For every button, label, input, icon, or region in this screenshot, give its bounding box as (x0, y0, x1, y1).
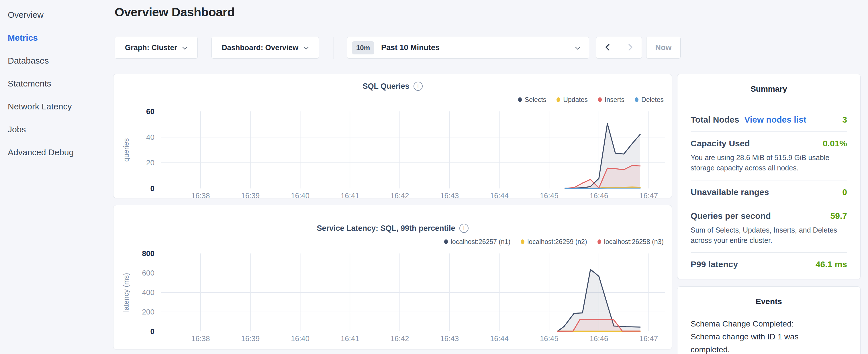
summary-item-capacity-used: Capacity Used 0.01% You are using 28.6 M… (691, 132, 847, 181)
svg-text:16:45: 16:45 (540, 191, 559, 198)
svg-text:600: 600 (142, 269, 154, 277)
legend-swatch (597, 239, 601, 244)
legend-swatch (598, 97, 602, 102)
svg-text:200: 200 (142, 308, 154, 316)
time-step-buttons (596, 37, 642, 59)
chevron-down-icon (182, 47, 187, 50)
legend: SelectsUpdatesInsertsDeletes (114, 96, 672, 103)
series (565, 124, 640, 189)
time-range-picker[interactable]: 10m Past 10 Minutes (347, 37, 589, 59)
metric-label: Total Nodes (691, 115, 739, 125)
page-title: Overview Dashboard (115, 5, 235, 19)
summary-item-p99-latency: P99 latency 46.1 ms (691, 253, 847, 276)
svg-text:16:43: 16:43 (440, 334, 459, 343)
sidebar-item-network-latency[interactable]: Network Latency (0, 95, 113, 118)
legend-label: Deletes (641, 96, 664, 104)
sidebar-item-metrics[interactable]: Metrics (0, 26, 113, 49)
svg-text:16:44: 16:44 (490, 334, 509, 343)
metric-label: Capacity Used (691, 139, 750, 148)
metric-value: 0 (842, 187, 847, 197)
sidebar: Overview Metrics Databases Statements Ne… (0, 3, 113, 164)
sidebar-item-advanced-debug[interactable]: Advanced Debug (0, 141, 113, 164)
sql-queries-chart[interactable]: 020406016:3816:3916:4016:4116:4216:4316:… (114, 107, 672, 198)
legend-label: localhost:26257 (n1) (451, 238, 510, 246)
chart-header: Service Latency: SQL, 99th percentile i (114, 223, 672, 234)
graph-dropdown[interactable]: Graph: Cluster (115, 37, 198, 59)
legend-item: Updates (557, 96, 588, 104)
toolbar-divider (334, 37, 334, 59)
svg-text:16:39: 16:39 (241, 191, 260, 198)
dashboard-dropdown-label: Dashboard: Overview (222, 43, 298, 52)
summary-panel: Summary Total Nodes View nodes list 3 Ca… (677, 74, 861, 279)
metric-description: You are using 28.6 MiB of 515.9 GiB usab… (691, 152, 838, 173)
series-Deletes (565, 188, 640, 189)
metric-label: P99 latency (691, 259, 738, 269)
legend-item: localhost:26259 (n2) (521, 238, 587, 246)
legend-swatch (635, 97, 639, 102)
prev-time-button[interactable] (596, 37, 619, 58)
sidebar-item-statements[interactable]: Statements (0, 72, 113, 95)
svg-text:16:43: 16:43 (440, 191, 459, 198)
next-time-button[interactable] (619, 37, 642, 58)
svg-text:16:38: 16:38 (191, 334, 210, 343)
sidebar-item-jobs[interactable]: Jobs (0, 118, 113, 141)
view-nodes-list-link[interactable]: View nodes list (744, 115, 806, 125)
svg-text:40: 40 (146, 133, 154, 141)
event-item[interactable]: Schema Change Completed: Schema change w… (691, 318, 847, 354)
metric-value: 46.1 ms (815, 259, 847, 269)
chevron-right-icon (628, 44, 632, 52)
sidebar-item-databases[interactable]: Databases (0, 49, 113, 72)
summary-item-total-nodes: Total Nodes View nodes list 3 (691, 108, 847, 132)
graph-dropdown-label: Graph: Cluster (125, 43, 177, 52)
sidebar-item-overview[interactable]: Overview (0, 3, 113, 26)
metric-value: 59.7 (831, 211, 847, 221)
svg-text:16:47: 16:47 (639, 334, 658, 343)
svg-text:400: 400 (142, 288, 154, 297)
chevron-down-icon (575, 47, 580, 50)
svg-text:800: 800 (142, 249, 154, 258)
toolbar: Graph: Cluster Dashboard: Overview 10m P… (115, 37, 681, 59)
svg-text:20: 20 (146, 158, 154, 167)
svg-text:0: 0 (150, 184, 154, 193)
summary-title: Summary (691, 85, 847, 94)
svg-text:16:42: 16:42 (390, 334, 409, 343)
info-icon[interactable]: i (413, 82, 423, 91)
svg-text:16:46: 16:46 (589, 334, 608, 343)
metric-value: 0.01% (823, 139, 847, 148)
legend-item: Inserts (598, 96, 624, 104)
svg-text:16:40: 16:40 (291, 191, 309, 198)
service-latency-panel: Service Latency: SQL, 99th percentile i … (113, 205, 672, 349)
info-icon[interactable]: i (459, 224, 468, 233)
svg-text:latency (ms): latency (ms) (122, 273, 130, 312)
metric-value: 3 (842, 115, 847, 125)
svg-text:0: 0 (150, 327, 154, 336)
summary-item-unavailable-ranges: Unavailable ranges 0 (691, 181, 847, 204)
svg-text:16:46: 16:46 (589, 191, 608, 198)
legend-label: Selects (525, 96, 546, 104)
svg-text:queries: queries (122, 138, 130, 162)
dashboard-dropdown[interactable]: Dashboard: Overview (212, 37, 319, 59)
chart-header: SQL Queries i (114, 81, 672, 92)
service-latency-chart[interactable]: 020040060080016:3816:3916:4016:4116:4216… (114, 249, 672, 350)
svg-text:16:41: 16:41 (341, 334, 359, 343)
now-button[interactable]: Now (646, 37, 681, 59)
time-range-label: Past 10 Minutes (381, 43, 440, 52)
legend-item: localhost:26257 (n1) (444, 238, 510, 246)
svg-text:60: 60 (146, 107, 154, 116)
metric-label: Queries per second (691, 211, 771, 221)
legend-item: Selects (518, 96, 546, 104)
svg-text:16:42: 16:42 (390, 191, 409, 198)
legend-label: localhost:26259 (n2) (527, 238, 587, 246)
svg-text:16:39: 16:39 (241, 334, 260, 343)
summary-item-queries-per-second: Queries per second 59.7 Sum of Selects, … (691, 204, 847, 253)
legend-swatch (518, 97, 522, 102)
metric-description: Sum of Selects, Updates, Inserts, and De… (691, 225, 838, 246)
legend-item: localhost:26258 (n3) (597, 238, 664, 246)
svg-text:16:47: 16:47 (639, 191, 658, 198)
svg-text:16:44: 16:44 (490, 191, 509, 198)
svg-text:16:41: 16:41 (341, 191, 359, 198)
event-message: Schema Change Completed: Schema change w… (691, 318, 823, 354)
gridlines (161, 111, 665, 189)
chevron-left-icon (606, 44, 610, 52)
axis-labels: 020406016:3816:3916:4016:4116:4216:4316:… (122, 107, 658, 198)
